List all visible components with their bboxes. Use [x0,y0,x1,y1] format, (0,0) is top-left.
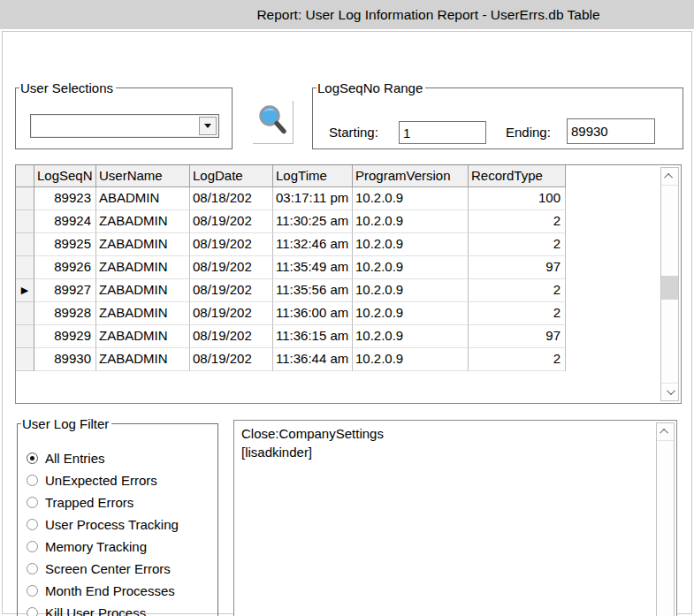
logseqno-range-group: LogSeqNo Range Starting: Ending: [312,80,683,149]
table-cell[interactable]: 97 [469,325,566,348]
table-cell[interactable]: 10.2.0.9 [353,187,469,210]
radio-button-icon[interactable] [27,541,38,552]
scroll-down-button[interactable] [661,383,678,400]
table-row[interactable]: 89926ZABADMIN08/19/20211:35:49 am10.2.0.… [16,256,566,279]
table-cell[interactable]: 10.2.0.9 [353,279,469,302]
radio-button-icon[interactable] [27,475,38,486]
ending-input[interactable] [567,118,655,144]
table-cell[interactable]: ABADMIN [96,187,190,210]
radio-button-icon[interactable] [27,497,38,508]
radio-button-icon[interactable] [27,563,38,574]
table-cell[interactable]: 10.2.0.9 [353,325,469,348]
table-cell[interactable]: 11:35:56 am [273,279,353,302]
radio-button-icon[interactable] [27,452,38,464]
table-cell[interactable]: 11:35:49 am [273,256,353,279]
table-cell[interactable]: 08/19/202 [190,348,273,371]
row-selector-cell[interactable] [16,233,34,256]
column-header-recordtype[interactable]: RecordType [469,165,566,187]
table-row[interactable]: 89930ZABADMIN08/19/20211:36:44 am10.2.0.… [16,348,566,371]
row-selector-cell[interactable] [16,187,34,210]
table-cell[interactable]: 11:36:15 am [273,325,353,348]
table-cell[interactable]: 2 [469,210,566,233]
table-cell[interactable]: 2 [469,348,566,371]
row-selector-cell[interactable]: ▶ [16,279,34,302]
table-cell[interactable]: 10.2.0.9 [353,233,469,256]
radio-button-icon[interactable] [27,585,38,597]
table-row[interactable]: ▶89927ZABADMIN08/19/20211:35:56 am10.2.0… [16,279,566,302]
table-cell[interactable]: 2 [469,302,566,325]
row-selector-cell[interactable] [16,325,34,348]
table-cell[interactable]: 100 [469,187,566,210]
table-cell[interactable]: 97 [469,256,566,279]
scroll-up-button[interactable] [657,423,674,441]
table-cell[interactable]: 11:36:00 am [273,302,353,325]
column-header-programversion[interactable]: ProgramVersion [353,165,469,187]
radio-option-unexpected-errors[interactable]: UnExpected Errors [27,469,214,491]
table-cell[interactable]: ZABADMIN [96,233,190,256]
column-header-username[interactable]: UserName [96,165,190,187]
radio-option-screen-center-errors[interactable]: Screen Center Errors [27,558,214,580]
table-cell[interactable]: ZABADMIN [96,325,190,348]
table-cell[interactable]: ZABADMIN [96,302,190,325]
column-header-logdate[interactable]: LogDate [190,165,273,187]
table-row[interactable]: 89925ZABADMIN08/19/20211:32:46 am10.2.0.… [16,233,566,256]
table-cell[interactable]: 10.2.0.9 [353,302,469,325]
table-cell[interactable]: 89927 [34,279,96,302]
combobox-dropdown-button[interactable] [199,117,217,135]
table-vertical-scrollbar[interactable] [660,167,679,401]
column-header-logtime[interactable]: LogTime [273,165,353,187]
radio-option-trapped-errors[interactable]: Trapped Errors [27,491,214,513]
table-cell[interactable]: ZABADMIN [96,210,190,233]
table-cell[interactable]: 11:32:46 am [273,233,353,256]
table-cell[interactable]: 89929 [34,325,96,348]
table-cell[interactable]: 89928 [34,302,96,325]
radio-option-all-entries[interactable]: All Entries [27,447,214,469]
table-row[interactable]: 89928ZABADMIN08/19/20211:36:00 am10.2.0.… [16,302,566,325]
table-cell[interactable]: 08/19/202 [190,210,273,233]
detail-vertical-scrollbar[interactable] [656,422,675,616]
radio-option-month-end-processes[interactable]: Month End Processes [27,580,214,602]
user-selections-combobox[interactable] [30,114,219,138]
radio-option-kill-user-process[interactable]: Kill User Process [27,602,214,616]
table-row[interactable]: 89924ZABADMIN08/19/20211:30:25 am10.2.0.… [16,210,566,233]
log-detail-box[interactable]: Close:CompanySettings[lisadkinder] [233,420,677,616]
row-selector-cell[interactable] [16,302,34,325]
table-cell[interactable]: 08/19/202 [190,279,273,302]
table-cell[interactable]: ZABADMIN [96,348,190,371]
table-row[interactable]: 89929ZABADMIN08/19/20211:36:15 am10.2.0.… [16,325,566,348]
radio-option-user-process-tracking[interactable]: User Process Tracking [27,513,214,536]
table-cell[interactable]: 10.2.0.9 [353,210,469,233]
radio-button-icon[interactable] [27,607,38,616]
table-cell[interactable]: 2 [469,279,566,302]
row-selector-cell[interactable] [16,348,34,371]
row-selector-cell[interactable] [16,256,34,279]
row-selector-cell[interactable] [16,210,34,233]
table-cell[interactable]: 08/18/202 [190,187,273,210]
table-cell[interactable]: 11:36:44 am [273,348,353,371]
table-cell[interactable]: 89926 [34,256,96,279]
scroll-up-button[interactable] [661,168,678,186]
starting-input[interactable] [399,121,486,144]
table-cell[interactable]: 08/19/202 [190,256,273,279]
table-cell[interactable]: 2 [469,233,566,256]
table-cell[interactable]: ZABADMIN [96,256,190,279]
table-cell[interactable]: 10.2.0.9 [353,256,469,279]
table-cell[interactable]: 08/19/202 [190,302,273,325]
radio-option-memory-tracking[interactable]: Memory Tracking [27,536,214,558]
table-cell[interactable]: 03:17:11 pm [273,187,353,210]
table-cell[interactable]: 89924 [34,210,96,233]
table-scroll-thumb[interactable] [661,276,678,300]
table-cell[interactable]: 89930 [34,348,96,371]
table-row[interactable]: 89923ABADMIN08/18/20203:17:11 pm10.2.0.9… [16,187,566,210]
column-header-logseqn[interactable]: LogSeqN [34,165,96,187]
table-cell[interactable]: 89923 [34,187,96,210]
table-cell[interactable]: 08/19/202 [190,325,273,348]
radio-button-icon[interactable] [27,519,38,530]
search-button[interactable] [253,101,294,144]
table-cell[interactable]: 89925 [34,233,96,256]
table-cell[interactable]: 11:30:25 am [273,210,353,233]
table-cell[interactable]: 10.2.0.9 [353,348,469,371]
table-cell[interactable]: 08/19/202 [190,233,273,256]
table-cell[interactable]: ZABADMIN [96,279,190,302]
chevron-down-icon [667,386,675,395]
